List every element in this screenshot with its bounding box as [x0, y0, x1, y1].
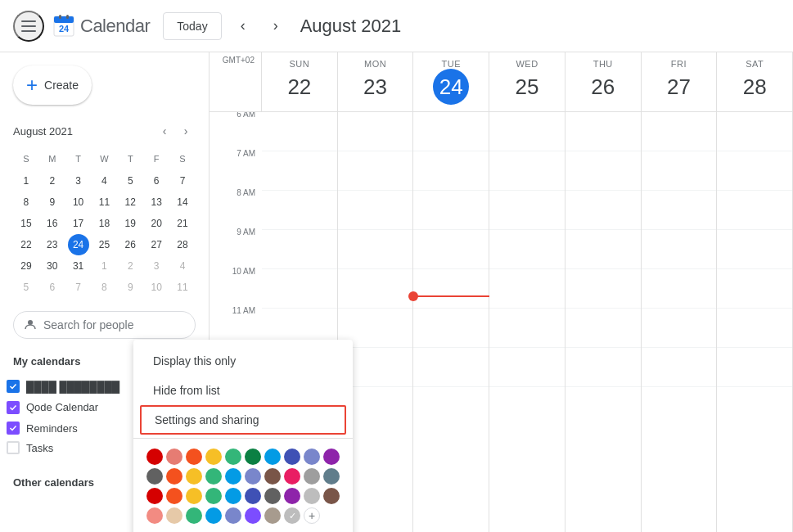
mini-cal-day[interactable]: 26: [117, 234, 143, 255]
color-silver-4-selected[interactable]: [284, 507, 300, 524]
mini-cal-day[interactable]: 10: [65, 192, 92, 213]
mini-cal-day[interactable]: 16: [39, 213, 65, 234]
color-basil[interactable]: [245, 449, 261, 465]
mini-cal-day[interactable]: 25: [92, 234, 118, 255]
create-button[interactable]: + Create: [13, 65, 92, 105]
color-blue-4[interactable]: [205, 507, 222, 524]
color-blueberry-3[interactable]: [245, 488, 261, 504]
color-cocoa[interactable]: [264, 468, 281, 485]
color-blue-grey[interactable]: [323, 468, 340, 485]
day-column-6[interactable]: [717, 112, 793, 532]
mini-cal-day[interactable]: 27: [143, 234, 169, 255]
mini-cal-day[interactable]: 6: [143, 170, 169, 192]
day-column-3[interactable]: [489, 112, 565, 532]
color-tomato-3[interactable]: [146, 488, 163, 504]
mini-cal-day[interactable]: 4: [92, 170, 118, 192]
mini-cal-day[interactable]: 11: [169, 277, 196, 298]
mini-cal-day[interactable]: 9: [117, 277, 143, 298]
color-beige[interactable]: [166, 507, 182, 524]
mini-cal-day[interactable]: 18: [92, 213, 118, 234]
mini-cal-day[interactable]: 19: [117, 213, 143, 234]
color-cocoa-3[interactable]: [323, 488, 340, 504]
mini-cal-day[interactable]: 10: [143, 277, 169, 298]
color-banana-3[interactable]: [186, 488, 202, 504]
menu-button[interactable]: [13, 11, 44, 42]
week-day-number-1[interactable]: 23: [358, 69, 394, 105]
color-peacock[interactable]: [264, 449, 281, 465]
color-lavender-2[interactable]: [245, 468, 261, 485]
week-day-number-0[interactable]: 22: [282, 69, 318, 105]
mini-cal-day[interactable]: 3: [143, 255, 169, 277]
mini-cal-day[interactable]: 1: [13, 170, 39, 192]
color-peacock-3[interactable]: [225, 488, 241, 504]
mini-cal-next[interactable]: ›: [176, 121, 196, 141]
mini-cal-day[interactable]: 11: [92, 192, 118, 213]
color-graphite[interactable]: [146, 468, 163, 485]
mini-cal-day[interactable]: 8: [13, 192, 39, 213]
next-button[interactable]: ›: [261, 11, 291, 41]
display-this-only-item[interactable]: Display this only: [133, 346, 353, 376]
calendar-checkbox-1[interactable]: [7, 401, 20, 414]
week-day-number-3[interactable]: 25: [509, 69, 545, 105]
color-grape-3[interactable]: [284, 488, 300, 504]
mini-cal-day[interactable]: 17: [65, 213, 92, 234]
mini-cal-prev[interactable]: ‹: [155, 121, 174, 141]
color-tangerine-3[interactable]: [166, 488, 182, 504]
mini-cal-day[interactable]: 14: [169, 192, 196, 213]
color-sage-2[interactable]: [205, 468, 222, 485]
calendar-checkbox-2[interactable]: [7, 422, 20, 435]
day-column-5[interactable]: [642, 112, 718, 532]
color-custom-add[interactable]: +: [304, 507, 320, 524]
color-lavender[interactable]: [304, 449, 320, 465]
calendar-checkbox-0[interactable]: [7, 380, 20, 393]
mini-cal-day[interactable]: 30: [39, 255, 65, 277]
mini-cal-day[interactable]: 9: [39, 192, 65, 213]
week-day-number-4[interactable]: 26: [585, 69, 621, 105]
mini-cal-day[interactable]: 20: [143, 213, 169, 234]
week-day-number-2[interactable]: 24: [433, 69, 469, 105]
mini-cal-day[interactable]: 6: [39, 277, 65, 298]
color-tomato[interactable]: [146, 449, 163, 465]
color-sage-3[interactable]: [205, 488, 222, 504]
color-tan[interactable]: [264, 507, 281, 524]
mini-cal-day[interactable]: 3: [65, 170, 92, 192]
mini-cal-day[interactable]: 12: [117, 192, 143, 213]
color-lavender-4[interactable]: [225, 507, 241, 524]
color-peacock-2[interactable]: [225, 468, 241, 485]
color-purple-4[interactable]: [245, 507, 261, 524]
color-grape[interactable]: [323, 449, 340, 465]
color-green-4[interactable]: [186, 507, 202, 524]
mini-cal-day[interactable]: 1: [92, 255, 118, 277]
mini-cal-day[interactable]: 22: [13, 234, 39, 255]
color-sage[interactable]: [225, 449, 241, 465]
color-flamingo[interactable]: [166, 449, 182, 465]
prev-button[interactable]: ‹: [228, 11, 258, 41]
color-tangerine-2[interactable]: [166, 468, 182, 485]
mini-cal-day[interactable]: 31: [65, 255, 92, 277]
color-banana[interactable]: [205, 449, 222, 465]
mini-cal-day[interactable]: 28: [169, 234, 196, 255]
hide-from-list-item[interactable]: Hide from list: [133, 376, 353, 405]
mini-cal-day[interactable]: 8: [92, 277, 118, 298]
color-tangerine[interactable]: [186, 449, 202, 465]
color-blueberry[interactable]: [284, 449, 300, 465]
color-graphite-3[interactable]: [264, 488, 281, 504]
week-day-number-6[interactable]: 28: [737, 69, 773, 105]
settings-and-sharing-item[interactable]: Settings and sharing: [140, 405, 346, 435]
mini-cal-day[interactable]: 21: [169, 213, 196, 234]
mini-cal-day[interactable]: 15: [13, 213, 39, 234]
day-column-4[interactable]: [565, 112, 642, 532]
mini-cal-day[interactable]: 13: [143, 192, 169, 213]
color-silver[interactable]: [304, 468, 320, 485]
week-day-number-5[interactable]: 27: [660, 69, 696, 105]
mini-cal-day[interactable]: 24: [65, 234, 92, 255]
day-column-2[interactable]: [413, 112, 489, 532]
color-pink[interactable]: [146, 507, 163, 524]
today-button[interactable]: Today: [163, 12, 221, 40]
mini-cal-day[interactable]: 7: [169, 170, 196, 192]
mini-cal-day[interactable]: 7: [65, 277, 92, 298]
mini-cal-day[interactable]: 5: [117, 170, 143, 192]
mini-cal-day[interactable]: 2: [39, 170, 65, 192]
color-cherry[interactable]: [284, 468, 300, 485]
search-people-box[interactable]: Search for people: [13, 311, 196, 339]
